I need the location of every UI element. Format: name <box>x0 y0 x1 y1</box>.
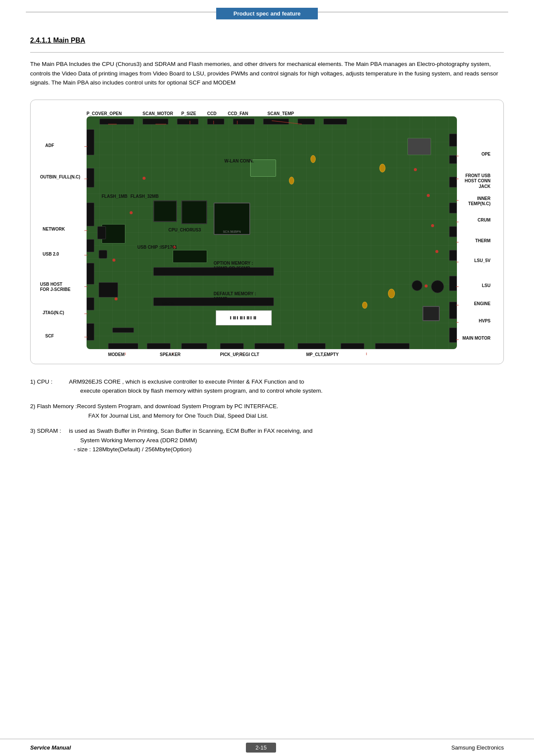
label-scf: SCF <box>45 334 54 339</box>
list-item-cpu: 1) CPU : ARM926EJS CORE , which is exclu… <box>30 377 504 396</box>
label-flash1mb: FLASH_1MB <box>102 194 127 200</box>
label-lsu: LSU <box>482 283 491 289</box>
label-ope: OPE <box>481 152 491 157</box>
label-flash32mb: FLASH_32MB <box>130 194 159 200</box>
label-ccd-fan: CCD_FAN <box>228 111 248 117</box>
label-front-usb: FRONT USBHOST CONNJACK <box>465 173 491 190</box>
list-item-flash: 2) Flash Memory : Record System Program,… <box>30 402 504 420</box>
label-lsu5v: LSU_5V <box>474 258 491 264</box>
label-msok: MSOK <box>162 302 175 307</box>
header-title: Product spec and feature <box>216 8 318 19</box>
label-wlan: W-LAN CONN. <box>224 159 254 164</box>
footer-service-manual: Service Manual <box>30 744 71 751</box>
list-item-sdram: 3) SDRAM : is used as Swath Buffer in Pr… <box>30 426 504 454</box>
pcb-area: SCX-5635FN <box>35 108 499 358</box>
label-pick-up: PICK_UP,REGI CLT <box>220 352 259 358</box>
label-ccd: CCD <box>207 111 217 117</box>
label-scan-motor: SCAN_MOTOR <box>143 111 173 117</box>
list-text-3: is used as Swath Buffer in Printing, Sca… <box>69 426 504 454</box>
footer-page-number: 2-15 <box>246 743 276 753</box>
list-num-3: 3) SDRAM : <box>30 426 69 454</box>
label-p-size: P_SIZE <box>181 111 196 117</box>
label-usb-chip: USB CHIP :ISP1761 <box>137 245 177 250</box>
label-default-mem: DEFAULT MEMORY :128MB <box>214 291 256 302</box>
label-p-cover-open: P_COVER_OPEN <box>87 111 122 117</box>
list-section: 1) CPU : ARM926EJS CORE , which is exclu… <box>30 377 504 454</box>
page-header: Product spec and feature <box>0 0 534 24</box>
label-adf: ADF <box>45 143 54 149</box>
pcb-board: SCX-5635FN <box>87 116 457 349</box>
description-text: The Main PBA Includes the CPU (Chorus3) … <box>30 59 504 87</box>
section-title: 2.4.1.1 Main PBA <box>30 37 504 44</box>
label-main-motor: MAIN MOTOR <box>463 336 491 341</box>
label-modem: MODEM <box>108 352 124 358</box>
label-mp-clt: MP_CLT,EMPTY <box>306 352 338 358</box>
list-text-2: Record System Program, and download Syst… <box>77 402 504 420</box>
main-content: 2.4.1.1 Main PBA The Main PBA Includes t… <box>0 24 534 471</box>
label-network: NETWORK <box>43 227 65 232</box>
label-crum: CRUM <box>478 218 491 223</box>
label-jtag: JTAG(N.C) <box>43 310 64 316</box>
list-num-1: 1) CPU : <box>30 377 69 396</box>
label-option-mem: OPTION MEMORY :128MB OR 256MB <box>214 261 253 272</box>
footer-company: Samsung Electronics <box>451 744 504 751</box>
label-speaker: SPEAKER <box>160 352 180 358</box>
label-hvps: HVPS <box>479 319 491 324</box>
label-outbin: OUTBIN_FULL(N.C) <box>40 175 80 180</box>
list-num-2: 2) Flash Memory : <box>30 402 77 420</box>
label-inner-temp: INNERTEMP(N.C) <box>468 196 491 207</box>
label-scan-temp: SCAN_TEMP <box>267 111 294 117</box>
label-engine: ENGINE <box>474 301 491 307</box>
label-therm: THERM <box>475 238 491 244</box>
page-footer: Service Manual 2-15 Samsung Electronics <box>0 739 534 756</box>
label-usb20: USB 2.0 <box>43 252 59 257</box>
label-usb-host: USB HOSTFOR J-SCRIBE <box>40 282 71 293</box>
label-cpu: CPU_CHORUS3 <box>168 228 201 233</box>
pcb-diagram: SCX-5635FN <box>30 100 504 364</box>
list-text-1: ARM926EJS CORE , which is exclusive cont… <box>69 377 504 396</box>
